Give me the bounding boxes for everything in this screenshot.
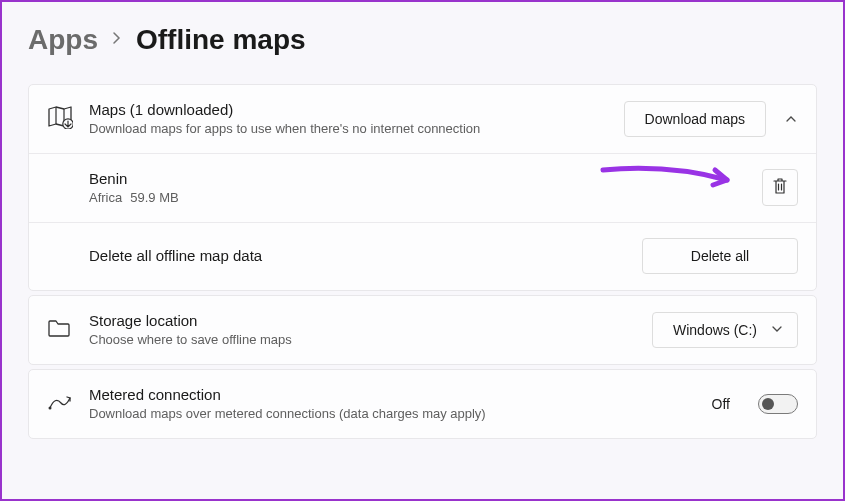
maps-panel: Maps (1 downloaded) Download maps for ap…	[28, 84, 817, 291]
maps-header-row[interactable]: Maps (1 downloaded) Download maps for ap…	[29, 85, 816, 153]
delete-all-row: Delete all offline map data Delete all	[29, 222, 816, 290]
trash-icon	[772, 182, 788, 198]
delete-map-button[interactable]	[762, 169, 798, 206]
storage-subtitle: Choose where to save offline maps	[89, 331, 652, 349]
storage-select-value: Windows (C:)	[673, 322, 757, 338]
delete-all-title: Delete all offline map data	[89, 246, 642, 266]
map-item-meta: Africa59.9 MB	[89, 189, 762, 207]
map-item-name: Benin	[89, 169, 762, 189]
metered-title: Metered connection	[89, 385, 712, 405]
download-maps-button[interactable]: Download maps	[624, 101, 766, 137]
toggle-state-label: Off	[712, 396, 730, 412]
delete-all-button[interactable]: Delete all	[642, 238, 798, 274]
folder-icon	[47, 318, 71, 342]
maps-subtitle: Download maps for apps to use when there…	[89, 120, 624, 138]
maps-title: Maps (1 downloaded)	[89, 100, 624, 120]
svg-point-1	[49, 406, 52, 409]
breadcrumb-parent[interactable]: Apps	[28, 24, 98, 56]
metered-toggle[interactable]	[758, 394, 798, 414]
metered-row[interactable]: Metered connection Download maps over me…	[29, 370, 816, 438]
map-item-row: Benin Africa59.9 MB	[29, 153, 816, 222]
toggle-knob	[762, 398, 774, 410]
breadcrumb: Apps Offline maps	[28, 24, 817, 56]
storage-select[interactable]: Windows (C:)	[652, 312, 798, 348]
chevron-right-icon	[112, 31, 122, 49]
storage-title: Storage location	[89, 311, 652, 331]
chevron-down-icon	[771, 322, 783, 338]
metered-subtitle: Download maps over metered connections (…	[89, 405, 712, 423]
page-title: Offline maps	[136, 24, 306, 56]
chevron-up-icon[interactable]	[784, 112, 798, 126]
map-icon	[47, 105, 73, 133]
metered-icon	[47, 392, 73, 416]
storage-panel: Storage location Choose where to save of…	[28, 295, 817, 365]
metered-panel: Metered connection Download maps over me…	[28, 369, 817, 439]
storage-row[interactable]: Storage location Choose where to save of…	[29, 296, 816, 364]
